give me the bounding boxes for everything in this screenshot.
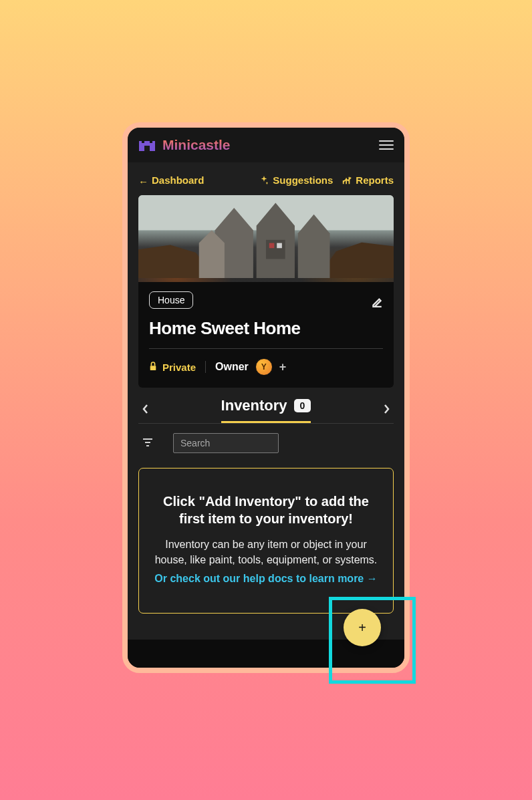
add-collaborator-icon[interactable]: + bbox=[279, 361, 287, 373]
svg-rect-9 bbox=[269, 243, 275, 249]
home-title: Home Sweet Home bbox=[149, 318, 383, 339]
tabs-underline bbox=[138, 423, 394, 424]
suggestions-link[interactable]: Suggestions bbox=[259, 174, 333, 186]
bar-chart-icon bbox=[342, 176, 352, 185]
brand-name: Minicastle bbox=[162, 137, 231, 153]
tab-count-badge: 0 bbox=[294, 399, 311, 412]
owner-avatar[interactable]: Y bbox=[255, 358, 273, 376]
suggestions-label: Suggestions bbox=[273, 174, 333, 186]
arrow-left-icon: ← bbox=[138, 176, 148, 185]
filter-row bbox=[142, 433, 394, 453]
help-docs-link[interactable]: Or check out our help docs to learn more… bbox=[150, 573, 382, 585]
lock-icon bbox=[149, 362, 157, 373]
divider bbox=[205, 361, 206, 373]
chevron-right-icon[interactable] bbox=[383, 404, 390, 417]
plus-icon: + bbox=[358, 620, 366, 636]
privacy-label: Private bbox=[162, 362, 196, 373]
sub-nav: ← Dashboard Suggestions Reports bbox=[128, 162, 404, 195]
svg-rect-0 bbox=[144, 146, 150, 151]
tabs-row: Inventory 0 bbox=[128, 388, 404, 423]
privacy-indicator[interactable]: Private bbox=[149, 362, 196, 373]
empty-heading: Click "Add Inventory" to add the first i… bbox=[150, 493, 382, 527]
svg-rect-8 bbox=[266, 240, 285, 259]
filter-icon[interactable] bbox=[142, 437, 153, 449]
brand[interactable]: Minicastle bbox=[138, 137, 231, 153]
sparkles-icon bbox=[259, 176, 269, 185]
castle-logo-icon bbox=[138, 139, 156, 151]
chevron-left-icon[interactable] bbox=[142, 404, 149, 417]
reports-link[interactable]: Reports bbox=[342, 174, 394, 186]
reports-label: Reports bbox=[356, 174, 394, 186]
top-bar: Minicastle bbox=[128, 128, 404, 162]
owner-section: Owner Y + bbox=[215, 358, 286, 376]
edit-icon[interactable] bbox=[371, 295, 383, 310]
tab-title: Inventory bbox=[221, 397, 287, 414]
home-type-tag: House bbox=[149, 291, 193, 309]
back-to-dashboard[interactable]: ← Dashboard bbox=[138, 174, 204, 186]
app-viewport: Minicastle ← Dashboard Suggestions Repor… bbox=[122, 122, 410, 673]
empty-body: Inventory can be any item or object in y… bbox=[150, 537, 382, 567]
tab-inventory[interactable]: Inventory 0 bbox=[221, 397, 311, 423]
home-card: House Home Sweet Home Private Owner Y + bbox=[138, 195, 394, 388]
home-cover-image bbox=[138, 195, 394, 282]
menu-icon[interactable] bbox=[379, 140, 394, 150]
add-inventory-fab[interactable]: + bbox=[344, 609, 381, 646]
svg-rect-10 bbox=[277, 243, 282, 249]
search-input[interactable] bbox=[173, 433, 279, 453]
empty-state: Click "Add Inventory" to add the first i… bbox=[138, 468, 394, 614]
svg-rect-11 bbox=[150, 366, 156, 370]
owner-label: Owner bbox=[215, 361, 249, 373]
back-label: Dashboard bbox=[152, 174, 204, 186]
